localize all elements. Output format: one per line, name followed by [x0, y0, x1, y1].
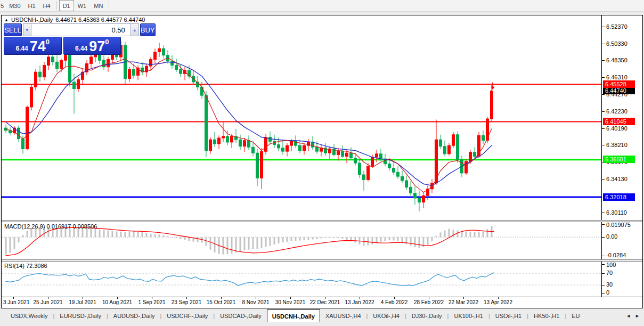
- candle: [188, 66, 191, 79]
- axis-tick-mark: [602, 145, 605, 145]
- chart-tab-dj30-daily[interactable]: DJ30-,Daily: [406, 309, 447, 322]
- candle: [218, 135, 221, 149]
- candle: [422, 192, 425, 208]
- candle: [410, 182, 412, 196]
- sell-price-small: 6.44: [15, 45, 28, 52]
- price-tick-label: 6.38210: [606, 142, 627, 148]
- timeframe-toolbar: 5M30H1H4D1W1MN: [0, 0, 644, 12]
- rsi-chart[interactable]: RSI(14) 72.3086: [2, 262, 601, 297]
- candle: [18, 126, 20, 142]
- toolbar-separator: [109, 1, 109, 10]
- candle: [367, 163, 370, 182]
- tab-scroll-right-icon[interactable]: ►: [635, 313, 640, 319]
- sell-button[interactable]: SELL: [4, 23, 22, 36]
- chart-tab-usdcnh-daily[interactable]: USDCNH-,Daily: [267, 309, 320, 322]
- tab-scroll-left-icon[interactable]: ◄: [626, 313, 631, 319]
- timeframe-button-d1[interactable]: D1: [59, 0, 74, 11]
- time-tick-mark: [48, 297, 48, 299]
- price-level-badge: 6.36501: [603, 156, 635, 163]
- chart-tab-hk50-h1[interactable]: HK50-,H1: [528, 309, 565, 322]
- candle: [465, 159, 468, 175]
- price-axis[interactable]: 6.523706.503306.483506.463106.442706.422…: [601, 15, 642, 220]
- date-label: 25 Jun 2021: [33, 299, 62, 305]
- candle: [312, 136, 314, 150]
- time-axis[interactable]: 3 Jun 202125 Jun 202119 Jul 202110 Aug 2…: [2, 297, 642, 307]
- time-tick-mark: [256, 297, 256, 299]
- price-tick-label: 6.34130: [606, 176, 627, 182]
- tab-scroll-controls: ◄►: [622, 309, 644, 322]
- timeframe-button-h1[interactable]: H1: [25, 0, 39, 11]
- candle: [124, 42, 127, 84]
- date-label: 13 Apr 2022: [484, 299, 512, 305]
- price-level-badge: 6.45528: [603, 80, 635, 88]
- axis-tick-mark: [602, 60, 605, 61]
- sell-price-big: 74: [30, 39, 46, 54]
- candle: [13, 126, 16, 135]
- volume-increase-button[interactable]: ▲: [131, 23, 139, 36]
- timeframe-button-h4[interactable]: H4: [39, 0, 54, 11]
- buy-button[interactable]: BUY: [140, 23, 156, 36]
- timeframe-button-w1[interactable]: W1: [74, 0, 91, 11]
- time-tick-mark: [394, 297, 395, 299]
- macd-tick-label: -0.0284: [606, 252, 626, 258]
- candle: [162, 45, 165, 59]
- timeframe-button-m30[interactable]: M30: [5, 0, 24, 11]
- chart-tab-usdx-weekly[interactable]: USDX,Weekly: [5, 309, 53, 322]
- macd-label: MACD(12,26,9) 0.016917 0.008506: [4, 223, 97, 230]
- price-tick-label: 6.52370: [606, 23, 627, 30]
- macd-tick-label: 0.00: [606, 233, 617, 240]
- buy-price-big: 97: [89, 39, 105, 54]
- chart-tab-uk100-h1[interactable]: UK100-,H1: [449, 309, 488, 322]
- candle: [414, 186, 417, 205]
- rsi-tick-label: 0: [606, 289, 609, 296]
- candle: [269, 132, 272, 144]
- timeframe-button-mn[interactable]: MN: [90, 0, 107, 11]
- candle: [222, 122, 225, 142]
- candle: [145, 64, 148, 77]
- candle: [260, 148, 263, 189]
- candle: [252, 141, 255, 156]
- ma-fast-line: [6, 58, 492, 192]
- candle: [158, 43, 161, 57]
- price-chart[interactable]: ▲ USDCNH-,Daily 6.44671 6.45363 6.44577 …: [2, 15, 601, 220]
- axis-tick-mark: [602, 44, 605, 44]
- volume-decrease-button[interactable]: ▼: [23, 23, 31, 36]
- candle: [26, 105, 29, 151]
- timeframe-button-5[interactable]: 5: [0, 0, 5, 11]
- time-tick-mark: [290, 297, 291, 299]
- chart-window: ▲ USDCNH-,Daily 6.44671 6.45363 6.44577 …: [1, 15, 643, 308]
- chart-tab-usdchf-daily[interactable]: USDCHF-,Daily: [161, 309, 213, 322]
- chart-tab-eu[interactable]: EU: [566, 309, 580, 322]
- candle: [180, 64, 182, 77]
- chart-tab-bar: USDX,Weekly|EURUSD-,Daily|AUDUSD-,Daily|…: [0, 309, 644, 322]
- chart-tab-usoil-h1[interactable]: USOil-,H1: [490, 309, 527, 322]
- collapse-panel-icon[interactable]: ▲: [4, 18, 9, 22]
- symbol-header: ▲ USDCNH-,Daily 6.44671 6.45363 6.44577 …: [4, 17, 145, 23]
- buy-price-box[interactable]: 6.44 97 0: [63, 37, 121, 55]
- candle: [77, 77, 80, 92]
- chart-tab-ukoil-h4[interactable]: UKOil-,H4: [368, 309, 405, 322]
- time-tick-mark: [463, 297, 464, 299]
- axis-tick-mark: [602, 294, 605, 294]
- candle: [303, 143, 306, 154]
- chart-tab-xauusd-h4[interactable]: XAUUSD-,H4: [320, 309, 366, 322]
- candles-group: [5, 41, 493, 211]
- chart-tab-eurusd-daily[interactable]: EURUSD-,Daily: [54, 309, 107, 322]
- candle: [35, 69, 37, 91]
- candle: [256, 149, 259, 186]
- candle: [81, 69, 84, 84]
- candle: [448, 143, 451, 156]
- macd-chart[interactable]: MACD(12,26,9) 0.016917 0.008506: [2, 222, 601, 259]
- candle: [273, 135, 276, 148]
- volume-input[interactable]: [31, 23, 131, 36]
- candle: [418, 191, 421, 211]
- rsi-tick-label: 30: [606, 281, 613, 288]
- candle: [320, 145, 323, 157]
- sell-price-box[interactable]: 6.44 74 0: [4, 37, 62, 55]
- chart-tab-audusd-daily[interactable]: AUDUSD-,Daily: [108, 309, 160, 322]
- chart-tab-usdcad-daily[interactable]: USDCAD-,Daily: [215, 309, 267, 322]
- candle: [9, 127, 12, 136]
- ohlc-values: 6.44671 6.45363 6.44577 6.44740: [55, 17, 145, 23]
- date-label: 3 Jun 2021: [3, 299, 30, 305]
- candle: [439, 135, 442, 149]
